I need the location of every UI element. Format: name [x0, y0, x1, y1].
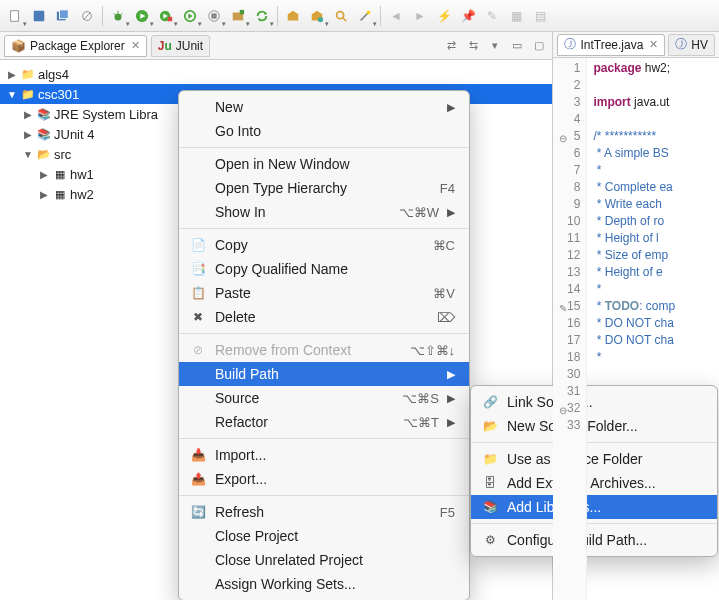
- bp-add-libraries[interactable]: 📚Add Libraries...: [471, 495, 717, 519]
- build-path-submenu: 🔗Link Source...📂New Source Folder...📁Use…: [470, 385, 718, 557]
- link-editor-icon[interactable]: ⇆: [464, 37, 482, 55]
- code-line[interactable]: *: [593, 349, 719, 366]
- ctx-source[interactable]: Source⌥⌘S▶: [179, 386, 469, 410]
- ctx-delete[interactable]: ✖Delete⌦: [179, 305, 469, 329]
- code-line[interactable]: * Complete ea: [593, 179, 719, 196]
- close-icon[interactable]: ✕: [649, 38, 658, 51]
- ctx-refactor[interactable]: Refactor⌥⌘T▶: [179, 410, 469, 434]
- minimize-icon[interactable]: ▭: [508, 37, 526, 55]
- line-number: 11: [553, 230, 580, 247]
- ctx-close-project[interactable]: Close Project: [179, 524, 469, 548]
- tb-coverage[interactable]: ▾: [179, 5, 201, 27]
- bp-add-external-archives[interactable]: 🗄Add External Archives...: [471, 471, 717, 495]
- paste-icon: 📋: [189, 285, 207, 301]
- tb-stop[interactable]: ▾: [203, 5, 225, 27]
- code-line[interactable]: * A simple BS: [593, 145, 719, 162]
- tb-cal[interactable]: ▦: [505, 5, 527, 27]
- expand-arrow-icon[interactable]: ▶: [38, 169, 50, 180]
- code-line[interactable]: * DO NOT cha: [593, 315, 719, 332]
- tb-wand[interactable]: ▾: [354, 5, 376, 27]
- expand-arrow-icon[interactable]: ▶: [6, 69, 18, 80]
- ctx-open-in-new-window[interactable]: Open in New Window: [179, 152, 469, 176]
- code-line[interactable]: *: [593, 162, 719, 179]
- editor-tab-inttree[interactable]: Ⓙ IntTree.java ✕: [557, 34, 665, 56]
- tb-pin[interactable]: 📌: [457, 5, 479, 27]
- tb-wrench[interactable]: ✎: [481, 5, 503, 27]
- code-line[interactable]: [593, 111, 719, 128]
- svg-line-24: [343, 17, 347, 21]
- expand-arrow-icon[interactable]: ▼: [22, 149, 34, 160]
- collapse-all-icon[interactable]: ⇄: [442, 37, 460, 55]
- code-line[interactable]: * DO NOT cha: [593, 332, 719, 349]
- view-menu-icon[interactable]: ▾: [486, 37, 504, 55]
- bp-new-source-folder[interactable]: 📂New Source Folder...: [471, 414, 717, 438]
- shortcut: ⌥⌘T: [403, 415, 439, 430]
- menu-label: Import...: [215, 447, 455, 463]
- maximize-icon[interactable]: ▢: [530, 37, 548, 55]
- tb-bolt[interactable]: ⚡: [433, 5, 455, 27]
- code-line[interactable]: * Height of e: [593, 264, 719, 281]
- menu-label: Configure Build Path...: [507, 532, 703, 548]
- ctx-open-type-hierarchy[interactable]: Open Type HierarchyF4: [179, 176, 469, 200]
- ctx-go-into[interactable]: Go Into: [179, 119, 469, 143]
- editor-tab-hv[interactable]: Ⓙ HV: [668, 34, 715, 56]
- tb-search[interactable]: [330, 5, 352, 27]
- ctx-copy[interactable]: 📄Copy⌘C: [179, 233, 469, 257]
- expand-arrow-icon[interactable]: ▶: [22, 109, 34, 120]
- code-line[interactable]: * Depth of ro: [593, 213, 719, 230]
- code-line[interactable]: /* ***********: [593, 128, 719, 145]
- ctx-import[interactable]: 📥Import...: [179, 443, 469, 467]
- ctx-close-unrelated-project[interactable]: Close Unrelated Project: [179, 548, 469, 572]
- expand-arrow-icon[interactable]: ▼: [6, 89, 18, 100]
- submenu-arrow-icon: ▶: [447, 206, 455, 219]
- code-line[interactable]: * Height of l: [593, 230, 719, 247]
- tb-run-ext[interactable]: ▾: [155, 5, 177, 27]
- config-icon: ⚙: [481, 532, 499, 548]
- tb-nav-back[interactable]: ◄: [385, 5, 407, 27]
- svg-point-26: [367, 10, 371, 14]
- tb-open-task[interactable]: ▾: [306, 5, 328, 27]
- code-line[interactable]: package hw2;: [593, 60, 719, 77]
- code-line[interactable]: * Size of emp: [593, 247, 719, 264]
- bp-link-source[interactable]: 🔗Link Source...: [471, 390, 717, 414]
- expand-arrow-icon[interactable]: ▶: [22, 129, 34, 140]
- close-icon[interactable]: ✕: [131, 39, 140, 52]
- tb-skip[interactable]: [76, 5, 98, 27]
- ctx-show-in[interactable]: Show In⌥⌘W▶: [179, 200, 469, 224]
- tb-save[interactable]: [28, 5, 50, 27]
- tab-junit[interactable]: Ju JUnit: [151, 35, 210, 57]
- ctx-paste[interactable]: 📋Paste⌘V: [179, 281, 469, 305]
- tab-package-explorer[interactable]: 📦 Package Explorer ✕: [4, 35, 147, 57]
- code-line[interactable]: * TODO: comp: [593, 298, 719, 315]
- menu-label: Delete: [215, 309, 405, 325]
- tb-open-type[interactable]: [282, 5, 304, 27]
- tree-row-algs4[interactable]: ▶📁algs4: [0, 64, 552, 84]
- code-line[interactable]: import java.ut: [593, 94, 719, 111]
- code-line[interactable]: *: [593, 281, 719, 298]
- tb-sync[interactable]: ▾: [251, 5, 273, 27]
- bp-use-as-source-folder[interactable]: 📁Use as Source Folder: [471, 447, 717, 471]
- ctx-build-path[interactable]: Build Path▶: [179, 362, 469, 386]
- tb-new[interactable]: ▾: [4, 5, 26, 27]
- lib-icon: 📚: [36, 126, 52, 142]
- svg-rect-3: [60, 9, 69, 18]
- code-line[interactable]: * Write each: [593, 196, 719, 213]
- ctx-copy-qualified-name[interactable]: 📑Copy Qualified Name: [179, 257, 469, 281]
- menu-label: Use as Source Folder: [507, 451, 703, 467]
- ctx-new[interactable]: New▶: [179, 95, 469, 119]
- ctx-assign-working-sets[interactable]: Assign Working Sets...: [179, 572, 469, 596]
- tb-newpkg[interactable]: ▾: [227, 5, 249, 27]
- ctx-refresh[interactable]: 🔄RefreshF5: [179, 500, 469, 524]
- code-line[interactable]: [593, 366, 719, 383]
- ctx-export[interactable]: 📤Export...: [179, 467, 469, 491]
- tb-grid[interactable]: ▤: [529, 5, 551, 27]
- bp-configure-build-path[interactable]: ⚙Configure Build Path...: [471, 528, 717, 552]
- code-line[interactable]: [593, 77, 719, 94]
- expand-arrow-icon[interactable]: ▶: [38, 189, 50, 200]
- tb-save-all[interactable]: [52, 5, 74, 27]
- tb-debug[interactable]: ▾: [107, 5, 129, 27]
- shortcut: ⌥⌘S: [402, 391, 439, 406]
- tb-nav-fwd[interactable]: ►: [409, 5, 431, 27]
- tb-run[interactable]: ▾: [131, 5, 153, 27]
- menu-label: Refresh: [215, 504, 408, 520]
